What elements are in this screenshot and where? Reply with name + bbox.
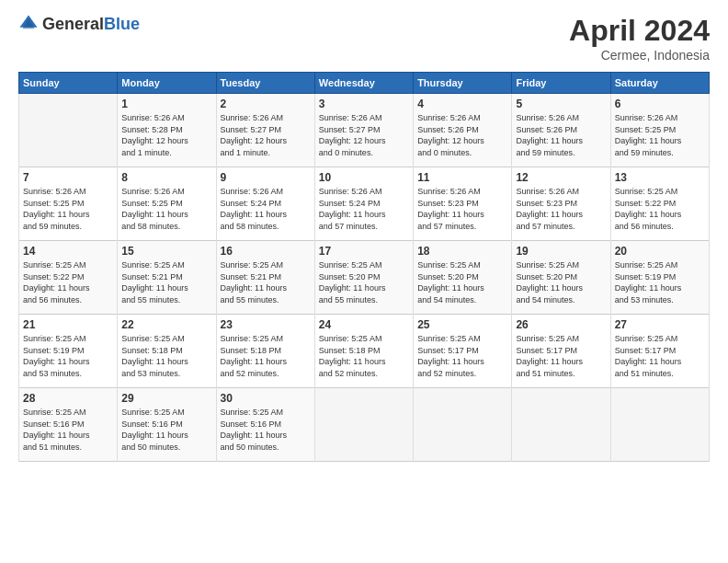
day-number: 24 xyxy=(319,318,409,331)
weekday-header: Sunday xyxy=(19,73,118,94)
logo-icon xyxy=(18,14,39,34)
day-number: 10 xyxy=(319,171,409,184)
calendar-day-cell: 25Sunrise: 5:25 AM Sunset: 5:17 PM Dayli… xyxy=(414,315,512,388)
day-info: Sunrise: 5:26 AM Sunset: 5:27 PM Dayligh… xyxy=(319,112,409,158)
calendar-day-cell: 29Sunrise: 5:25 AM Sunset: 5:16 PM Dayli… xyxy=(118,388,216,462)
calendar-header-row: SundayMondayTuesdayWednesdayThursdayFrid… xyxy=(19,73,710,94)
day-info: Sunrise: 5:26 AM Sunset: 5:24 PM Dayligh… xyxy=(319,186,409,232)
day-info: Sunrise: 5:25 AM Sunset: 5:18 PM Dayligh… xyxy=(121,333,211,379)
day-number: 27 xyxy=(615,318,705,331)
calendar-week-row: 28Sunrise: 5:25 AM Sunset: 5:16 PM Dayli… xyxy=(19,388,710,462)
day-number: 16 xyxy=(221,245,311,258)
calendar-day-cell xyxy=(512,388,610,462)
calendar-day-cell xyxy=(314,388,413,462)
day-number: 20 xyxy=(615,245,705,258)
calendar-day-cell: 22Sunrise: 5:25 AM Sunset: 5:18 PM Dayli… xyxy=(118,315,216,388)
day-info: Sunrise: 5:25 AM Sunset: 5:20 PM Dayligh… xyxy=(516,259,606,305)
day-info: Sunrise: 5:26 AM Sunset: 5:23 PM Dayligh… xyxy=(417,186,507,232)
day-info: Sunrise: 5:26 AM Sunset: 5:26 PM Dayligh… xyxy=(417,112,507,158)
day-info: Sunrise: 5:25 AM Sunset: 5:22 PM Dayligh… xyxy=(23,259,113,305)
calendar-day-cell: 28Sunrise: 5:25 AM Sunset: 5:16 PM Dayli… xyxy=(19,388,118,462)
day-info: Sunrise: 5:26 AM Sunset: 5:25 PM Dayligh… xyxy=(121,186,211,232)
day-info: Sunrise: 5:25 AM Sunset: 5:16 PM Dayligh… xyxy=(23,407,113,453)
calendar-day-cell: 27Sunrise: 5:25 AM Sunset: 5:17 PM Dayli… xyxy=(610,315,709,388)
day-number: 17 xyxy=(319,245,409,258)
day-number: 7 xyxy=(23,171,113,184)
day-number: 21 xyxy=(23,318,113,331)
day-number: 13 xyxy=(615,171,705,184)
day-number: 23 xyxy=(221,318,311,331)
weekday-header: Wednesday xyxy=(314,73,413,94)
calendar-day-cell: 16Sunrise: 5:25 AM Sunset: 5:21 PM Dayli… xyxy=(216,241,314,315)
calendar-day-cell: 30Sunrise: 5:25 AM Sunset: 5:16 PM Dayli… xyxy=(216,388,314,462)
day-number: 29 xyxy=(121,392,211,405)
day-number: 2 xyxy=(221,98,311,110)
day-number: 26 xyxy=(516,318,606,331)
calendar-day-cell: 1Sunrise: 5:26 AM Sunset: 5:28 PM Daylig… xyxy=(118,94,216,167)
weekday-header: Saturday xyxy=(610,73,709,94)
calendar-day-cell: 3Sunrise: 5:26 AM Sunset: 5:27 PM Daylig… xyxy=(314,94,413,167)
calendar-day-cell: 4Sunrise: 5:26 AM Sunset: 5:26 PM Daylig… xyxy=(414,94,512,167)
day-number: 18 xyxy=(417,245,507,258)
calendar-day-cell: 20Sunrise: 5:25 AM Sunset: 5:19 PM Dayli… xyxy=(610,241,709,315)
calendar-day-cell xyxy=(19,94,118,167)
day-info: Sunrise: 5:25 AM Sunset: 5:18 PM Dayligh… xyxy=(319,333,409,379)
day-info: Sunrise: 5:25 AM Sunset: 5:16 PM Dayligh… xyxy=(121,407,211,453)
day-number: 12 xyxy=(516,171,606,184)
calendar-day-cell: 18Sunrise: 5:25 AM Sunset: 5:20 PM Dayli… xyxy=(414,241,512,315)
day-number: 11 xyxy=(417,171,507,184)
day-number: 19 xyxy=(516,245,606,258)
day-info: Sunrise: 5:25 AM Sunset: 5:17 PM Dayligh… xyxy=(417,333,507,379)
day-number: 6 xyxy=(615,98,705,110)
day-number: 4 xyxy=(417,98,507,110)
calendar-table: SundayMondayTuesdayWednesdayThursdayFrid… xyxy=(18,72,710,462)
day-info: Sunrise: 5:26 AM Sunset: 5:25 PM Dayligh… xyxy=(615,112,705,158)
calendar-day-cell: 13Sunrise: 5:25 AM Sunset: 5:22 PM Dayli… xyxy=(610,167,709,241)
calendar-day-cell: 11Sunrise: 5:26 AM Sunset: 5:23 PM Dayli… xyxy=(414,167,512,241)
calendar-day-cell: 23Sunrise: 5:25 AM Sunset: 5:18 PM Dayli… xyxy=(216,315,314,388)
header: GeneralBlue April 2024 Cermee, Indonesia xyxy=(18,14,710,63)
calendar-day-cell xyxy=(610,388,709,462)
calendar-day-cell: 9Sunrise: 5:26 AM Sunset: 5:24 PM Daylig… xyxy=(216,167,314,241)
day-info: Sunrise: 5:25 AM Sunset: 5:22 PM Dayligh… xyxy=(615,186,705,232)
day-info: Sunrise: 5:25 AM Sunset: 5:17 PM Dayligh… xyxy=(615,333,705,379)
day-info: Sunrise: 5:25 AM Sunset: 5:21 PM Dayligh… xyxy=(121,259,211,305)
day-number: 8 xyxy=(121,171,211,184)
logo-text: GeneralBlue xyxy=(42,15,140,34)
calendar-day-cell: 14Sunrise: 5:25 AM Sunset: 5:22 PM Dayli… xyxy=(19,241,118,315)
weekday-header: Friday xyxy=(512,73,610,94)
day-number: 25 xyxy=(417,318,507,331)
calendar-week-row: 14Sunrise: 5:25 AM Sunset: 5:22 PM Dayli… xyxy=(19,241,710,315)
day-number: 1 xyxy=(121,98,211,110)
weekday-header: Tuesday xyxy=(216,73,314,94)
day-info: Sunrise: 5:26 AM Sunset: 5:27 PM Dayligh… xyxy=(221,112,311,158)
day-info: Sunrise: 5:25 AM Sunset: 5:16 PM Dayligh… xyxy=(221,407,311,453)
calendar-day-cell: 24Sunrise: 5:25 AM Sunset: 5:18 PM Dayli… xyxy=(314,315,413,388)
calendar-week-row: 21Sunrise: 5:25 AM Sunset: 5:19 PM Dayli… xyxy=(19,315,710,388)
calendar-day-cell: 15Sunrise: 5:25 AM Sunset: 5:21 PM Dayli… xyxy=(118,241,216,315)
day-info: Sunrise: 5:26 AM Sunset: 5:28 PM Dayligh… xyxy=(121,112,211,158)
day-info: Sunrise: 5:25 AM Sunset: 5:17 PM Dayligh… xyxy=(516,333,606,379)
day-number: 14 xyxy=(23,245,113,258)
calendar-week-row: 1Sunrise: 5:26 AM Sunset: 5:28 PM Daylig… xyxy=(19,94,710,167)
calendar-day-cell: 2Sunrise: 5:26 AM Sunset: 5:27 PM Daylig… xyxy=(216,94,314,167)
main-container: GeneralBlue April 2024 Cermee, Indonesia… xyxy=(0,0,728,471)
calendar-day-cell: 21Sunrise: 5:25 AM Sunset: 5:19 PM Dayli… xyxy=(19,315,118,388)
calendar-day-cell: 7Sunrise: 5:26 AM Sunset: 5:25 PM Daylig… xyxy=(19,167,118,241)
calendar-day-cell: 10Sunrise: 5:26 AM Sunset: 5:24 PM Dayli… xyxy=(314,167,413,241)
day-info: Sunrise: 5:26 AM Sunset: 5:26 PM Dayligh… xyxy=(516,112,606,158)
calendar-week-row: 7Sunrise: 5:26 AM Sunset: 5:25 PM Daylig… xyxy=(19,167,710,241)
day-number: 15 xyxy=(121,245,211,258)
month-year: April 2024 xyxy=(569,14,710,48)
day-number: 22 xyxy=(121,318,211,331)
day-info: Sunrise: 5:25 AM Sunset: 5:20 PM Dayligh… xyxy=(319,259,409,305)
calendar-day-cell: 5Sunrise: 5:26 AM Sunset: 5:26 PM Daylig… xyxy=(512,94,610,167)
day-info: Sunrise: 5:25 AM Sunset: 5:19 PM Dayligh… xyxy=(615,259,705,305)
weekday-header: Monday xyxy=(118,73,216,94)
calendar-day-cell: 12Sunrise: 5:26 AM Sunset: 5:23 PM Dayli… xyxy=(512,167,610,241)
calendar-day-cell: 26Sunrise: 5:25 AM Sunset: 5:17 PM Dayli… xyxy=(512,315,610,388)
day-info: Sunrise: 5:26 AM Sunset: 5:25 PM Dayligh… xyxy=(23,186,113,232)
day-number: 9 xyxy=(221,171,311,184)
day-number: 5 xyxy=(516,98,606,110)
weekday-header: Thursday xyxy=(414,73,512,94)
